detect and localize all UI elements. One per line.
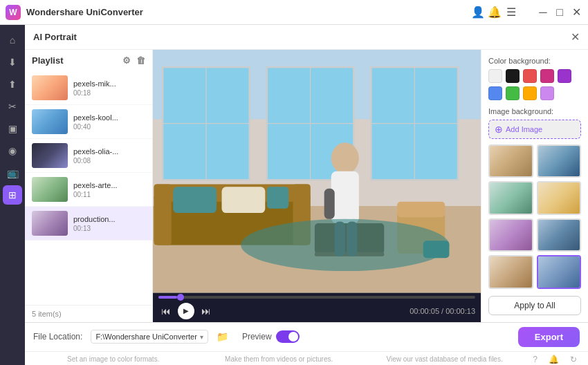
play-button[interactable]: ▶ xyxy=(178,303,194,319)
swatch-blue[interactable] xyxy=(488,86,502,100)
dialog-close-button[interactable]: ✕ xyxy=(571,30,580,44)
thumb-3 xyxy=(32,143,68,168)
add-image-label: Add Image xyxy=(506,125,542,133)
sidebar-icon-screen[interactable]: ▣ xyxy=(3,119,22,138)
controls-row: ⏮ ▶ ⏭ 00:00:05 / 00:00:13 xyxy=(158,303,475,319)
minimize-button[interactable]: ─ xyxy=(537,6,549,19)
progress-thumb xyxy=(177,294,184,301)
item-name: pexels-arte... xyxy=(73,181,145,189)
bell-icon[interactable]: 🔔 xyxy=(549,355,559,364)
menu-icon[interactable]: ☰ xyxy=(505,6,517,19)
video-controls: ⏮ ▶ ⏭ 00:00:05 / 00:00:13 xyxy=(153,293,481,322)
add-image-button[interactable]: ⊕ Add Image xyxy=(488,120,581,139)
video-section: ⏮ ▶ ⏭ 00:00:05 / 00:00:13 xyxy=(153,50,481,322)
maximize-button[interactable]: □ xyxy=(553,6,566,19)
content-area: AI Portrait ✕ Playlist ⚙ 🗑 xyxy=(25,25,588,365)
svg-rect-16 xyxy=(154,185,172,245)
swatch-black[interactable] xyxy=(506,69,520,83)
bg-thumb-4[interactable] xyxy=(537,181,582,214)
swatch-purple[interactable] xyxy=(558,69,571,83)
swatch-pink[interactable] xyxy=(540,69,554,83)
bg-thumb-3[interactable] xyxy=(488,181,533,214)
item-duration: 00:08 xyxy=(73,157,145,165)
bg-thumb-1[interactable] xyxy=(488,144,533,178)
time-display: 00:00:05 / 00:00:13 xyxy=(410,307,475,315)
sidebar-icon-upload[interactable]: ⬆ xyxy=(3,75,22,94)
svg-text:W: W xyxy=(9,8,17,17)
sidebar-icon-tv[interactable]: 📺 xyxy=(3,163,22,182)
preview-toggle-switch[interactable] xyxy=(276,330,300,343)
preview-toggle: Preview xyxy=(242,330,300,343)
app-footer: Set an image to color formats. Make them… xyxy=(25,351,588,366)
list-item[interactable]: pexels-kool... 00:40 xyxy=(25,105,152,139)
bg-thumb-6[interactable] xyxy=(537,218,582,252)
notification-icon[interactable]: 🔔 xyxy=(488,6,501,19)
apply-to-all-button[interactable]: Apply to All xyxy=(488,296,581,315)
playlist-footer: 5 item(s) xyxy=(25,305,152,322)
item-name: production... xyxy=(73,215,145,223)
thumb-2 xyxy=(32,109,68,134)
bg-thumbnails xyxy=(488,144,581,289)
swatch-lavender[interactable] xyxy=(540,86,554,100)
sidebar-icon-home[interactable]: ⌂ xyxy=(3,30,22,50)
bottom-bar: File Location: F:\Wondershare UniConvert… xyxy=(25,322,588,351)
item-name: pexels-olia-... xyxy=(73,147,145,156)
playlist-items: pexels-mik... 00:18 pexels-kool... 00:40 xyxy=(25,71,152,305)
bg-thumb-7[interactable] xyxy=(488,255,533,288)
close-button[interactable]: ✕ xyxy=(570,6,582,19)
sidebar-icon-grid[interactable]: ⊞ xyxy=(3,185,22,205)
toggle-knob xyxy=(288,332,298,341)
help-icon[interactable]: ? xyxy=(533,355,538,364)
svg-rect-19 xyxy=(222,187,266,213)
progress-fill xyxy=(158,296,177,299)
app-title: Wondershare UniConverter xyxy=(26,7,472,17)
item-duration: 00:18 xyxy=(73,89,145,97)
app-logo: W xyxy=(6,5,21,20)
svg-rect-26 xyxy=(331,171,359,223)
progress-bar[interactable] xyxy=(158,296,475,299)
thumb-4 xyxy=(32,177,68,202)
color-swatches xyxy=(488,69,581,100)
item-duration: 00:11 xyxy=(73,191,145,198)
sidebar-icon-download[interactable]: ⬇ xyxy=(3,53,22,72)
swatch-orange[interactable] xyxy=(523,86,537,100)
color-bg-label: Color background: xyxy=(488,57,581,65)
svg-point-30 xyxy=(241,219,449,271)
export-button[interactable]: Export xyxy=(518,327,580,347)
dropdown-arrow-icon[interactable]: ▾ xyxy=(200,333,203,341)
bg-thumb-5[interactable] xyxy=(488,218,533,252)
refresh-icon[interactable]: ↻ xyxy=(570,355,577,364)
svg-rect-20 xyxy=(267,187,288,208)
list-item[interactable]: pexels-arte... 00:11 xyxy=(25,173,152,207)
step-back-button[interactable]: ⏮ xyxy=(158,303,174,319)
color-bg-section: Color background: xyxy=(488,57,581,100)
playlist-delete-icon[interactable]: 🗑 xyxy=(136,55,145,66)
swatch-white[interactable] xyxy=(488,69,502,83)
bg-thumb-2[interactable] xyxy=(537,144,582,178)
app-body: ⌂ ⬇ ⬆ ✂ ▣ ◉ 📺 ⊞ AI Portrait ✕ Playlist xyxy=(0,25,588,365)
user-icon[interactable]: 👤 xyxy=(472,6,484,19)
swatch-green[interactable] xyxy=(506,86,520,100)
list-item[interactable]: production... 00:13 xyxy=(25,207,152,241)
preview-label: Preview xyxy=(242,332,272,341)
footer-text-3: View our vast database of media files. xyxy=(367,355,522,363)
step-forward-button[interactable]: ⏭ xyxy=(199,303,214,319)
svg-rect-27 xyxy=(324,189,335,219)
list-item[interactable]: pexels-mik... 00:18 xyxy=(25,71,152,105)
thumb-5 xyxy=(32,211,68,236)
svg-point-25 xyxy=(331,142,359,174)
swatch-red[interactable] xyxy=(523,69,537,83)
folder-icon[interactable]: 📁 xyxy=(217,331,228,342)
thumb-1 xyxy=(32,75,68,100)
video-container xyxy=(153,50,481,293)
playlist-settings-icon[interactable]: ⚙ xyxy=(122,55,131,66)
item-name: pexels-mik... xyxy=(73,79,145,88)
item-duration: 00:13 xyxy=(73,225,145,232)
sidebar-icon-circle[interactable]: ◉ xyxy=(3,141,22,160)
svg-rect-24 xyxy=(397,202,445,218)
list-item[interactable]: pexels-olia-... 00:08 xyxy=(25,139,152,173)
bg-thumb-8[interactable] xyxy=(537,255,582,288)
dialog-body: Playlist ⚙ 🗑 pexels-mik... 00:18 xyxy=(25,50,588,322)
sidebar-icon-cut[interactable]: ✂ xyxy=(3,97,22,116)
svg-rect-18 xyxy=(173,187,217,213)
